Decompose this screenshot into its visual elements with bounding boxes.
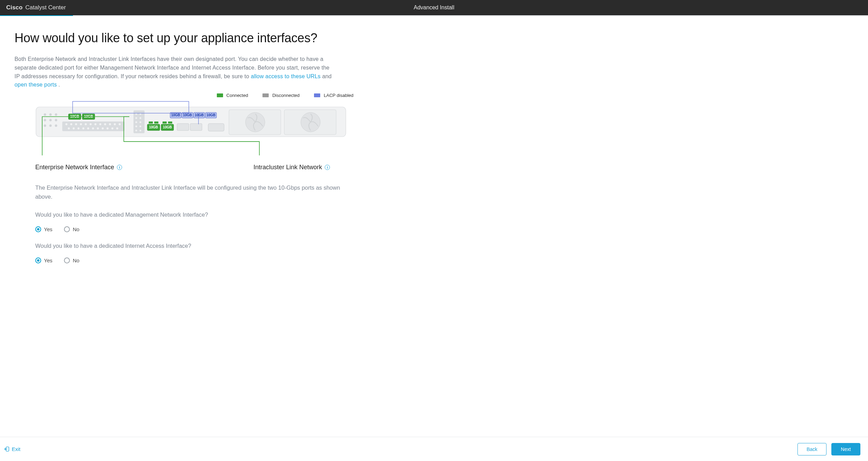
info-icon[interactable]: i: [117, 165, 122, 170]
exit-label: Exit: [12, 446, 20, 452]
svg-point-6: [55, 119, 57, 121]
svg-rect-46: [177, 124, 189, 130]
radio-group-inet: Yes No: [35, 257, 853, 263]
svg-point-17: [94, 123, 96, 125]
svg-point-7: [44, 125, 46, 127]
svg-point-32: [111, 127, 113, 129]
radio-inet-no[interactable]: No: [64, 257, 79, 263]
svg-point-29: [97, 127, 99, 129]
svg-point-3: [55, 114, 57, 116]
radio-inet-no-label: No: [73, 257, 79, 263]
radio-mgmt-no-label: No: [73, 226, 79, 232]
wizard-progress: [0, 15, 868, 16]
svg-point-21: [114, 123, 116, 125]
swatch-disconnected-icon: [262, 93, 269, 97]
svg-point-12: [70, 123, 72, 125]
svg-point-24: [73, 127, 75, 129]
next-button[interactable]: Next: [831, 443, 860, 455]
appliance-diagram: 10GB 10GB 10GB 10GB 10GB 10GB: [35, 100, 374, 166]
radio-mgmt-no[interactable]: No: [64, 226, 79, 232]
svg-point-42: [139, 126, 141, 127]
radio-group-mgmt: Yes No: [35, 226, 853, 232]
exit-icon: [4, 446, 9, 452]
exit-button[interactable]: Exit: [3, 444, 22, 454]
question-mgmt: Would you like to have a dedicated Manag…: [35, 211, 353, 218]
svg-point-9: [55, 125, 57, 127]
svg-point-25: [77, 127, 80, 129]
radio-mgmt-yes-label: Yes: [44, 226, 52, 232]
brand-product: Catalyst Center: [25, 4, 66, 11]
iface-enterprise-title: Enterprise Network Interface i: [35, 164, 122, 171]
svg-point-40: [139, 121, 141, 123]
link-open-ports[interactable]: open these ports: [15, 82, 57, 88]
radio-inet-yes-label: Yes: [44, 257, 52, 263]
svg-point-1: [44, 114, 46, 116]
port-lacp-4: 10GB: [205, 112, 216, 118]
legend-connected-label: Connected: [227, 93, 248, 98]
svg-text:10GB: 10GB: [183, 113, 192, 117]
svg-text:10GB: 10GB: [171, 113, 180, 117]
svg-point-39: [135, 121, 137, 123]
legend-lacp: LACP disabled: [314, 93, 353, 98]
app-header: Cisco Catalyst Center Advanced Install: [0, 0, 868, 15]
svg-point-41: [135, 126, 137, 127]
wizard-footer: Exit Back Next: [0, 437, 868, 461]
radio-dot-icon: [64, 257, 70, 263]
swatch-connected-icon: [217, 93, 223, 97]
legend-disconnected: Disconnected: [262, 93, 299, 98]
footer-actions: Back Next: [797, 443, 860, 455]
brand: Cisco Catalyst Center: [6, 4, 66, 11]
svg-point-31: [107, 127, 109, 129]
intro-text: Both Enterprise Network and Intracluster…: [15, 55, 333, 89]
info-icon[interactable]: i: [325, 165, 330, 170]
svg-rect-10: [62, 121, 124, 131]
svg-point-27: [87, 127, 89, 129]
iface-enterprise-label: Enterprise Network Interface: [35, 164, 114, 171]
svg-point-37: [135, 117, 137, 119]
page-title: How would you like to set up your applia…: [15, 31, 853, 45]
link-allow-urls[interactable]: allow access to these URLs: [251, 73, 321, 79]
main-content: How would you like to set up your applia…: [0, 16, 868, 437]
legend-lacp-label: LACP disabled: [324, 93, 353, 98]
svg-point-2: [49, 114, 52, 116]
svg-point-14: [80, 123, 82, 125]
svg-point-20: [109, 123, 111, 125]
svg-text:10GB: 10GB: [149, 125, 158, 129]
radio-mgmt-yes[interactable]: Yes: [35, 226, 52, 232]
intro-end: .: [58, 82, 60, 88]
svg-point-33: [116, 127, 118, 129]
question-inet: Would you like to have a dedicated Inter…: [35, 243, 353, 249]
legend-connected: Connected: [217, 93, 248, 98]
svg-text:10GB: 10GB: [195, 113, 204, 117]
svg-point-19: [104, 123, 106, 125]
radio-dot-icon: [64, 226, 70, 232]
page-header-title: Advanced Install: [414, 4, 454, 11]
radio-inet-yes[interactable]: Yes: [35, 257, 52, 263]
iface-intracluster-title: Intracluster Link Network i: [253, 164, 330, 171]
svg-point-28: [92, 127, 94, 129]
svg-point-5: [49, 119, 52, 121]
svg-point-23: [68, 127, 70, 129]
back-button[interactable]: Back: [797, 443, 827, 455]
wizard-progress-fill: [0, 15, 73, 16]
svg-point-16: [90, 123, 92, 125]
port-lacp-3: 10GB: [194, 112, 205, 118]
svg-rect-45: [208, 124, 224, 131]
svg-rect-34: [133, 110, 145, 133]
svg-point-15: [85, 123, 87, 125]
svg-text:10GB: 10GB: [206, 113, 215, 117]
brand-cisco: Cisco: [6, 4, 22, 11]
svg-rect-65: [154, 121, 158, 124]
appliance-svg: 10GB 10GB 10GB 10GB 10GB 10GB: [35, 100, 347, 166]
interface-titles-row: Enterprise Network Interface i Intraclus…: [35, 164, 853, 171]
svg-point-43: [135, 130, 137, 132]
svg-text:10GB: 10GB: [163, 125, 172, 129]
svg-point-8: [49, 125, 52, 127]
svg-point-18: [99, 123, 101, 125]
legend-disconnected-label: Disconnected: [272, 93, 299, 98]
svg-point-26: [82, 127, 84, 129]
radio-dot-icon: [35, 226, 41, 232]
port-legend: Connected Disconnected LACP disabled: [15, 93, 353, 98]
swatch-lacp-icon: [314, 93, 320, 97]
svg-rect-47: [190, 124, 202, 130]
